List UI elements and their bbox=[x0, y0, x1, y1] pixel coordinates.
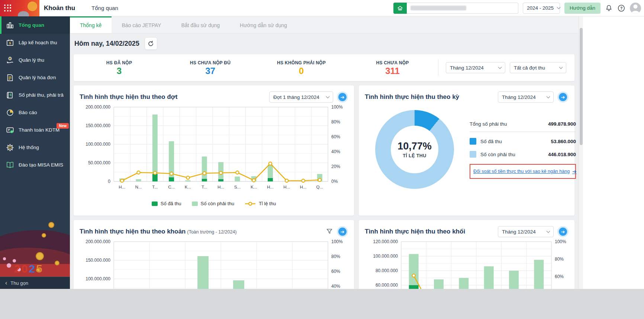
sidebar-item-5[interactable]: $Số phải thu, phải trả bbox=[0, 86, 70, 104]
sidebar-item-1[interactable]: Tổng quan bbox=[0, 16, 70, 34]
sidebar-item-6[interactable]: Báo cáo bbox=[0, 104, 70, 121]
legend-line-marker bbox=[245, 202, 256, 206]
refresh-icon[interactable] bbox=[145, 37, 157, 50]
vertical-scrollbar[interactable] bbox=[579, 16, 583, 289]
card-title: Tình hình thực hiện thu theo khối bbox=[365, 228, 465, 235]
hand-coin-icon: $ bbox=[6, 56, 14, 64]
svg-text:T...: T... bbox=[202, 185, 207, 189]
help-icon[interactable]: ? bbox=[617, 4, 625, 12]
school-year-value: 2024 - 2025 bbox=[527, 5, 554, 11]
guide-button[interactable]: Hướng dẫn bbox=[564, 3, 600, 14]
home-icon[interactable] bbox=[393, 3, 407, 14]
calendar-money-icon: $ bbox=[6, 39, 14, 47]
education-book-icon bbox=[6, 161, 14, 169]
stat-value: 311 bbox=[385, 67, 400, 75]
ledger-icon: $ bbox=[6, 91, 14, 99]
tab-3[interactable]: Bắt đầu sử dụng bbox=[171, 16, 230, 33]
item-bar-chart: 200.000.000150.000.000100.000.00050.000.… bbox=[80, 239, 347, 289]
gear-icon bbox=[6, 144, 14, 152]
card-collection-by-batch: Tình hình thực hiện thu theo đợt Đợt 1 t… bbox=[74, 86, 354, 216]
period-month-select[interactable]: Tháng 12/2024 bbox=[498, 91, 554, 103]
grade-bar-chart: 120.000.000100.000.00080.000.00060.000.0… bbox=[365, 239, 568, 289]
stat-label: HS CHƯA NỘP ĐỦ bbox=[190, 60, 231, 65]
card-title: Tình hình thực hiện thu theo khoản(Toàn … bbox=[80, 228, 237, 235]
svg-text:H...: H... bbox=[300, 185, 307, 189]
card-title: Tình hình thực hiện thu theo đợt bbox=[80, 93, 177, 101]
stat-value: 0 bbox=[299, 67, 304, 75]
summary-stats-card: HS ĐÃ NỘP3HS CHƯA NỘP ĐỦ37HS KHÔNG PHẢI … bbox=[74, 54, 574, 81]
reconcile-link[interactable]: Đối soát số tiền thực thu với sao kê ngâ… bbox=[473, 168, 572, 174]
svg-text:H...: H... bbox=[119, 185, 125, 189]
search-redacted-text bbox=[410, 6, 466, 10]
svg-text:60%: 60% bbox=[555, 274, 564, 279]
scrollbar-thumb[interactable] bbox=[580, 28, 583, 145]
date-row: Hôm nay, 14/02/2025 bbox=[74, 37, 574, 50]
kpi-row: Số đã thu53.860.000 bbox=[470, 138, 576, 145]
topbar-actions: 2024 - 2025 Hướng dẫn ? bbox=[393, 3, 644, 14]
svg-text:$: $ bbox=[10, 93, 12, 97]
sidebar-item-3[interactable]: $Quản lý thu bbox=[0, 51, 70, 69]
donut-center-label: TỈ LỆ THU bbox=[403, 153, 426, 158]
sidebar-item-8[interactable]: Hệ thống bbox=[0, 139, 70, 156]
sidebar-item-label: Hệ thống bbox=[19, 145, 39, 150]
sidebar-item-label: Đào tạo MISA EMIS bbox=[19, 162, 63, 168]
svg-text:$: $ bbox=[9, 57, 11, 60]
grade-month-select[interactable]: Tháng 12/2024 bbox=[498, 226, 554, 237]
svg-text:150.000.000: 150.000.000 bbox=[86, 258, 110, 263]
collapse-icon: ‹ bbox=[5, 280, 7, 286]
detail-arrow-icon[interactable]: ➔ bbox=[337, 91, 348, 103]
highlight-annotation-box: Đối soát số tiền thực thu với sao kê ngâ… bbox=[470, 164, 576, 179]
window-background-strip bbox=[0, 289, 644, 319]
sidebar-item-7[interactable]: Thanh toán KDTMNew bbox=[0, 121, 70, 139]
kpi-swatch bbox=[470, 138, 476, 145]
svg-text:C...: C... bbox=[168, 185, 175, 189]
detail-arrow-icon[interactable]: ➔ bbox=[557, 91, 569, 103]
detail-arrow-icon[interactable]: ➔ bbox=[557, 226, 569, 237]
svg-text:$: $ bbox=[9, 41, 11, 45]
search-input[interactable] bbox=[407, 3, 518, 14]
tab-2[interactable]: Báo cáo JETPAY bbox=[112, 16, 171, 33]
svg-text:40%: 40% bbox=[331, 149, 340, 154]
legend-label: Tỉ lệ thu bbox=[259, 201, 276, 206]
avatar[interactable] bbox=[630, 3, 641, 14]
month-filter-select[interactable]: Tháng 12/2024 bbox=[446, 62, 505, 73]
stat-3: HS KHÔNG PHẢI NỘP0 bbox=[256, 60, 347, 75]
sidebar-item-4[interactable]: Quản lý hóa đơn bbox=[0, 69, 70, 86]
detail-arrow-icon[interactable]: ➔ bbox=[337, 226, 348, 237]
collection-rate-donut: 10,77% TỈ LỆ THU bbox=[375, 110, 454, 189]
card-collection-by-item: Tình hình thực hiện thu theo khoản(Toàn … bbox=[74, 220, 354, 289]
stat-value: 37 bbox=[205, 67, 215, 75]
sidebar-item-label: Lập kế hoạch thu bbox=[19, 40, 57, 45]
filter-icon[interactable] bbox=[326, 228, 333, 235]
chevron-down-icon bbox=[559, 65, 563, 69]
svg-text:N...: N... bbox=[135, 185, 142, 189]
school-year-select[interactable]: 2024 - 2025 bbox=[523, 3, 560, 14]
sidebar-item-9[interactable]: Đào tạo MISA EMIS bbox=[0, 156, 70, 174]
apps-grid-icon[interactable] bbox=[4, 4, 12, 12]
month-filter-value: Tháng 12/2024 bbox=[450, 65, 484, 71]
svg-text:60%: 60% bbox=[331, 269, 340, 274]
kpi-value: 446.018.900 bbox=[548, 152, 576, 157]
batch-select[interactable]: Đợt 1 tháng 12/2024 bbox=[269, 91, 333, 103]
total-receivable-value: 499.878.900 bbox=[548, 121, 576, 127]
svg-text:50.000.000: 50.000.000 bbox=[88, 160, 110, 165]
batch-chart-legend: Số đã thuSố còn phải thuTỉ lệ thu bbox=[80, 201, 348, 206]
sidebar-item-2[interactable]: $Lập kế hoạch thu bbox=[0, 34, 70, 51]
chevron-down-icon bbox=[547, 94, 550, 98]
sidebar-item-label: Thanh toán KDTM bbox=[19, 127, 59, 133]
tab-4[interactable]: Hướng dẫn sử dụng bbox=[230, 16, 297, 33]
house-glyph bbox=[397, 5, 403, 12]
bell-icon[interactable] bbox=[605, 4, 613, 12]
arrow-right-icon: ➔ bbox=[572, 168, 577, 174]
sidebar-nav: Tổng quan$Lập kế hoạch thu$Quản lý thuQu… bbox=[0, 16, 70, 174]
batch-filter-select[interactable]: Tất cả đợt thu bbox=[510, 62, 566, 73]
legend-item: Số còn phải thu bbox=[192, 201, 234, 206]
svg-text:60.000.000: 60.000.000 bbox=[376, 283, 398, 288]
sidebar-item-label: Quản lý hóa đơn bbox=[19, 75, 56, 80]
tet-year-text: 2025 bbox=[14, 262, 44, 275]
svg-text:100%: 100% bbox=[555, 239, 566, 244]
sidebar-collapse-button[interactable]: ‹ Thu gọn bbox=[0, 277, 70, 289]
tab-1[interactable]: Thống kê bbox=[70, 16, 112, 33]
sidebar-item-label: Báo cáo bbox=[19, 110, 37, 115]
stat-2: HS CHƯA NỘP ĐỦ37 bbox=[165, 60, 256, 75]
